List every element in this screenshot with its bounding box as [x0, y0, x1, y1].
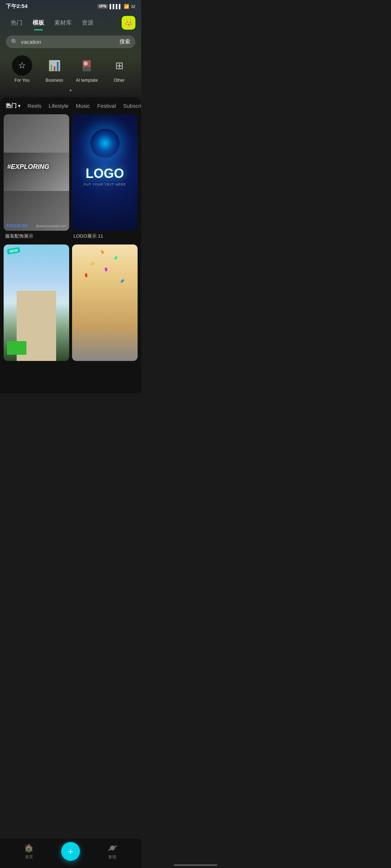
tab-hot[interactable]: 热门	[6, 17, 28, 29]
confetti-3	[114, 256, 118, 260]
status-time: 下午2:54	[6, 3, 28, 10]
car-shape	[7, 341, 26, 355]
web-text: @www.yourweb.com	[36, 224, 66, 228]
ai-icon-wrap: 🎴	[77, 55, 97, 76]
search-input[interactable]	[21, 39, 117, 45]
logo-thumbnail: LOGO PUT YOUR TEXT HERE	[72, 114, 138, 231]
wifi-icon: 📶	[124, 4, 129, 9]
focus-text: FOCUS ON	[7, 224, 28, 228]
ai-template-icon: 🎴	[80, 60, 93, 72]
confetti-2	[104, 268, 107, 272]
filter-dropdown[interactable]: 热门 ▾	[6, 102, 20, 109]
for-you-label: For You	[14, 78, 29, 83]
category-for-you[interactable]: ☆ For You	[9, 55, 35, 83]
fashion-title: 服装配饰展示	[4, 231, 69, 242]
header-bg: 热门 模板 素材库 资源 👑 🔍 搜索 ☆ For You 📊 Business…	[0, 0, 141, 96]
other-icon-wrap: ⊞	[109, 55, 129, 76]
new-badge: NEW	[7, 247, 20, 255]
building-thumbnail: NEW	[4, 244, 69, 361]
category-other[interactable]: ⊞ Other	[106, 55, 132, 83]
tab-assets[interactable]: 素材库	[49, 17, 77, 29]
status-bar: 下午2:54 VPN ▌▌▌▌ 📶 32	[0, 0, 141, 11]
for-you-icon-wrap: ☆	[12, 55, 32, 76]
content-grid: #EXPLORING FOCUS ON @www.yourweb.com 服装配…	[0, 113, 141, 365]
grid-item-building[interactable]: NEW	[4, 244, 69, 361]
business-label: Business	[46, 78, 63, 83]
dropdown-arrow-icon: ▾	[18, 103, 20, 109]
business-icon: 📊	[48, 60, 61, 72]
tab-resources[interactable]: 资源	[77, 17, 98, 29]
fashion-thumbnail: #EXPLORING FOCUS ON @www.yourweb.com	[4, 114, 69, 231]
business-icon-wrap: 📊	[44, 55, 64, 76]
ai-template-label: AI template	[76, 78, 98, 83]
exploring-text: #EXPLORING	[7, 163, 49, 171]
category-business[interactable]: 📊 Business	[42, 55, 67, 83]
filter-hot-label: 热门	[6, 102, 17, 109]
filter-lifestyle[interactable]: Lifestyle	[49, 103, 68, 109]
crown-button[interactable]: 👑	[122, 16, 135, 30]
filter-music[interactable]: Music	[76, 103, 90, 109]
filter-reels[interactable]: Reels	[28, 103, 41, 109]
confetti-4	[85, 273, 88, 277]
logo-main-text: LOGO	[86, 166, 124, 181]
logo-sub-text: PUT YOUR TEXT HERE	[84, 183, 126, 186]
confetti-1	[91, 261, 94, 265]
party-thumbnail	[72, 244, 138, 361]
confetti-5	[120, 279, 124, 283]
search-bar: 🔍 搜索	[6, 35, 135, 48]
filter-subscribe[interactable]: Subscribe	[123, 103, 141, 109]
tab-template[interactable]: 模板	[28, 17, 49, 29]
logo-title: LOGO展示 11	[72, 231, 138, 242]
filter-bar: 热门 ▾ Reels Lifestyle Music Festival Subs…	[0, 97, 141, 113]
other-icon: ⊞	[115, 60, 123, 72]
fashion-stripe-mid	[4, 153, 69, 191]
categories: ☆ For You 📊 Business 🎴 AI template ⊞ Oth…	[0, 51, 141, 86]
grid-item-fashion[interactable]: #EXPLORING FOCUS ON @www.yourweb.com 服装配…	[4, 114, 69, 242]
scroll-indicator	[0, 86, 141, 92]
nav-tabs: 热门 模板 素材库 资源 👑	[0, 13, 141, 33]
search-icon: 🔍	[11, 38, 18, 45]
filter-festival[interactable]: Festival	[97, 103, 116, 109]
other-label: Other	[114, 78, 125, 83]
category-ai-template[interactable]: 🎴 AI template	[74, 55, 100, 83]
fashion-stripe-top	[4, 114, 69, 153]
search-button[interactable]: 搜索	[119, 38, 130, 45]
grid-item-party[interactable]	[72, 244, 138, 361]
signal-icon: ▌▌▌▌	[110, 4, 122, 9]
main-content: 热门 ▾ Reels Lifestyle Music Festival Subs…	[0, 97, 141, 393]
grid-item-logo[interactable]: LOGO PUT YOUR TEXT HERE LOGO展示 11	[72, 114, 138, 242]
status-icons: VPN ▌▌▌▌ 📶 32	[97, 4, 135, 9]
vpn-badge: VPN	[97, 4, 108, 9]
battery-level: 32	[131, 4, 135, 9]
star-icon: ☆	[18, 60, 26, 71]
confetti-6	[101, 250, 104, 254]
